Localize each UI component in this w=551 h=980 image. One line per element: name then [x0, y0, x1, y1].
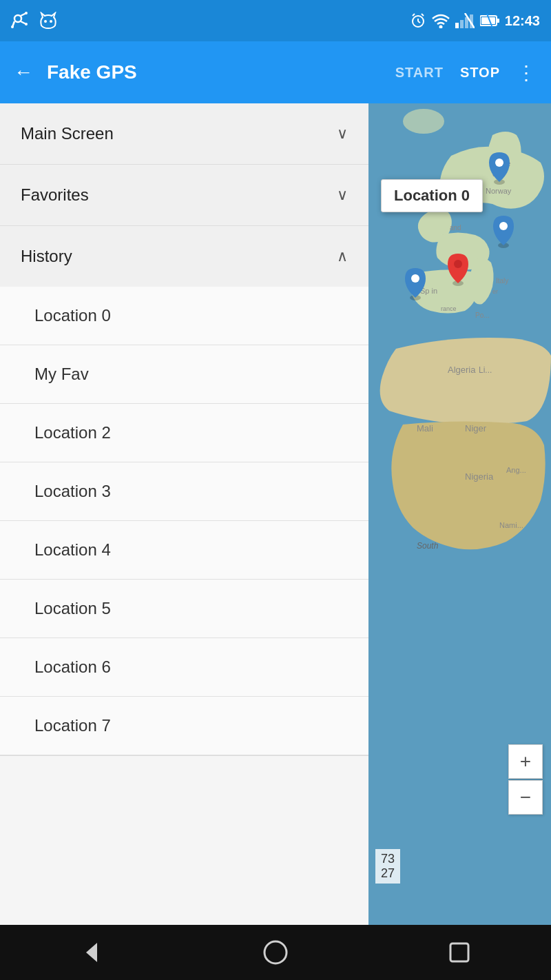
history-item-location0[interactable]: Location 0 [0, 287, 368, 345]
svg-text:Mali: Mali [417, 423, 433, 433]
svg-text:rance: rance [441, 305, 457, 312]
favorites-header[interactable]: Favorites ∨ [0, 165, 368, 225]
nav-back-button[interactable] [78, 939, 105, 966]
wifi-icon [432, 13, 450, 28]
app-title: Fake GPS [47, 61, 382, 83]
history-item-location7[interactable]: Location 7 [0, 697, 368, 755]
svg-marker-51 [86, 943, 97, 962]
svg-text:Ang...: Ang... [506, 466, 526, 474]
svg-text:Po...: Po... [475, 312, 490, 319]
battery-icon [480, 14, 499, 28]
svg-point-4 [25, 12, 28, 14]
svg-text:Nigeria: Nigeria [465, 471, 494, 482]
nav-home-button[interactable] [262, 939, 289, 966]
history-item-location2[interactable]: Location 2 [0, 404, 368, 462]
svg-point-6 [11, 25, 14, 28]
alarm-icon [410, 12, 426, 29]
svg-line-12 [413, 14, 415, 16]
svg-line-11 [418, 21, 420, 23]
map-area[interactable]: Swe den Norway and Italy Sp in rance er … [368, 103, 551, 925]
svg-rect-53 [450, 943, 468, 961]
cat-icon [39, 12, 58, 30]
svg-point-25 [403, 109, 444, 134]
history-item-location3[interactable]: Location 3 [0, 462, 368, 521]
svg-text:South: South [417, 541, 439, 551]
svg-point-14 [439, 25, 442, 29]
svg-text:Algeria: Algeria [448, 365, 476, 375]
history-item-location6[interactable]: Location 6 [0, 638, 368, 697]
main-screen-section: Main Screen ∨ [0, 103, 368, 165]
more-button[interactable]: ⋮ [517, 61, 537, 84]
svg-rect-15 [455, 23, 459, 28]
nav-recents-icon [446, 939, 473, 966]
svg-point-0 [14, 15, 21, 22]
stop-button[interactable]: STOP [460, 65, 500, 81]
svg-point-5 [25, 23, 28, 25]
app-bar-actions: START STOP ⋮ [395, 61, 537, 84]
start-button[interactable]: START [395, 65, 444, 81]
favorites-chevron: ∨ [337, 186, 348, 204]
status-bar-left [11, 12, 58, 30]
svg-text:Li...: Li... [479, 365, 492, 375]
svg-rect-21 [497, 19, 499, 23]
app-bar: ← Fake GPS START STOP ⋮ [0, 41, 551, 103]
svg-text:and: and [450, 224, 461, 232]
nav-home-icon [262, 939, 289, 966]
zoom-in-button[interactable]: + [508, 744, 543, 779]
history-title: History [21, 247, 72, 266]
history-section: History ∧ Location 0 My Fav Location 2 L… [0, 226, 368, 756]
history-item-location5[interactable]: Location 5 [0, 580, 368, 638]
navigation-drawer: Main Screen ∨ Favorites ∨ History ∧ Loca… [0, 103, 368, 925]
svg-point-48 [411, 274, 419, 283]
svg-line-13 [422, 14, 424, 16]
main-screen-chevron: ∨ [337, 125, 348, 143]
main-screen-title: Main Screen [21, 124, 114, 143]
main-content: Main Screen ∨ Favorites ∨ History ∧ Loca… [0, 103, 551, 925]
svg-point-44 [495, 159, 503, 167]
history-header[interactable]: History ∧ [0, 226, 368, 287]
svg-text:Italy: Italy [496, 277, 508, 285]
history-chevron: ∧ [337, 247, 348, 265]
history-item-myfav[interactable]: My Fav [0, 345, 368, 404]
coord-line2: 27 [381, 866, 395, 881]
map-coordinates: 73 27 [375, 849, 400, 884]
back-button[interactable]: ← [14, 61, 33, 83]
status-bar: 12:43 [0, 0, 551, 41]
map-tooltip: Location 0 [381, 179, 483, 212]
svg-rect-16 [460, 20, 464, 28]
map-tooltip-text: Location 0 [394, 187, 470, 204]
navigation-bar [0, 925, 551, 980]
svg-text:Nami...: Nami... [499, 521, 523, 529]
zoom-out-button[interactable]: − [508, 780, 543, 815]
coord-line1: 73 [381, 852, 395, 866]
svg-text:Norway: Norway [486, 187, 512, 195]
svg-point-8 [50, 20, 52, 23]
svg-point-52 [264, 941, 287, 963]
svg-text:er: er [492, 288, 498, 295]
svg-text:Niger: Niger [465, 423, 487, 433]
svg-point-46 [499, 222, 508, 230]
main-screen-header[interactable]: Main Screen ∨ [0, 103, 368, 164]
map-zoom-controls: + − [508, 744, 543, 815]
svg-point-7 [44, 20, 47, 23]
favorites-title: Favorites [21, 185, 89, 205]
no-signal-icon [455, 13, 475, 28]
status-time: 12:43 [505, 13, 540, 29]
history-item-location4[interactable]: Location 4 [0, 521, 368, 580]
nav-recents-button[interactable] [446, 939, 473, 966]
favorites-section: Favorites ∨ [0, 165, 368, 226]
satellite-icon [11, 12, 32, 30]
nav-back-icon [78, 939, 105, 966]
svg-point-50 [454, 260, 462, 268]
status-bar-right: 12:43 [410, 12, 540, 29]
